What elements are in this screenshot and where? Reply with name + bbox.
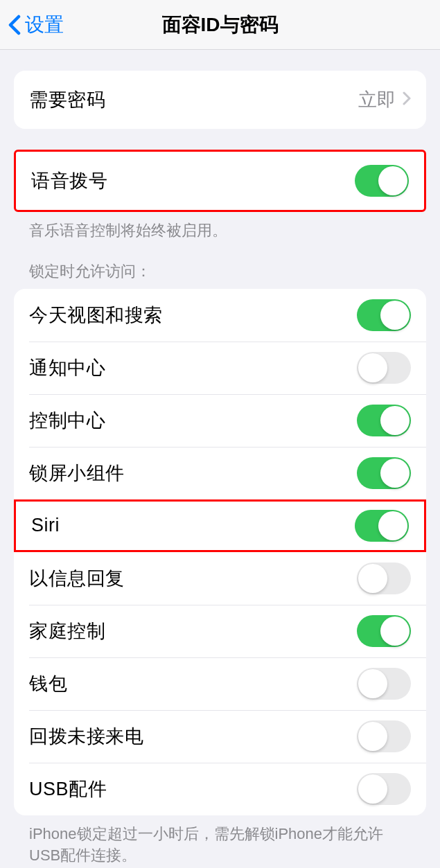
chevron-left-icon	[8, 15, 22, 35]
row-label: 需要密码	[29, 87, 105, 112]
toggle-knob	[358, 669, 387, 698]
voice-dial-footer: 音乐语音控制将始终被启用。	[14, 212, 426, 242]
toggle[interactable]	[357, 299, 411, 331]
row-label: 今天视图和搜索	[29, 303, 163, 328]
toggle-knob	[358, 353, 387, 382]
lock-access-header: 锁定时允许访问：	[14, 242, 426, 289]
toggle[interactable]	[357, 615, 411, 647]
lock-access-row: 以信息回复	[14, 552, 426, 605]
toggle[interactable]	[355, 510, 409, 542]
require-passcode-row[interactable]: 需要密码 立即	[14, 71, 426, 129]
row-label: 钱包	[29, 671, 67, 696]
lock-access-row: 控制中心	[14, 394, 426, 447]
lock-access-row: 锁屏小组件	[14, 447, 426, 499]
content-area: 需要密码 立即 语音拨号 音乐语音控制将始终被启用。 锁定时允许访问： 今天视图…	[0, 71, 440, 866]
lock-access-row: 家庭控制	[14, 605, 426, 657]
row-label: 家庭控制	[29, 619, 105, 644]
voice-dial-row: 语音拨号	[16, 152, 424, 210]
toggle[interactable]	[357, 405, 411, 436]
row-label: 锁屏小组件	[29, 461, 125, 486]
toggle[interactable]	[357, 352, 411, 384]
lock-access-row: 回拨未接来电	[14, 710, 426, 763]
toggle-knob	[380, 459, 410, 488]
toggle[interactable]	[357, 773, 411, 805]
toggle-knob	[380, 406, 410, 435]
row-label: 以信息回复	[29, 566, 125, 591]
voice-dial-toggle[interactable]	[355, 165, 409, 197]
toggle[interactable]	[357, 720, 411, 752]
back-button[interactable]: 设置	[8, 12, 64, 38]
row-label: 语音拨号	[31, 168, 107, 193]
lock-access-group: 今天视图和搜索通知中心控制中心锁屏小组件Siri以信息回复家庭控制钱包回拨未接来…	[14, 289, 426, 815]
row-label: Siri	[31, 515, 60, 536]
toggle-knob	[358, 564, 387, 593]
chevron-right-icon	[403, 91, 411, 108]
row-value: 立即	[358, 87, 396, 112]
toggle-knob	[378, 166, 407, 195]
toggle-knob	[358, 722, 387, 751]
navigation-bar: 设置 面容ID与密码	[0, 0, 440, 50]
row-label: USB配件	[29, 777, 107, 801]
lock-access-footer: iPhone锁定超过一小时后，需先解锁iPhone才能允许USB配件连接。	[14, 815, 426, 867]
back-label: 设置	[25, 12, 64, 38]
lock-access-row: USB配件	[14, 763, 426, 815]
toggle[interactable]	[357, 457, 411, 489]
toggle-knob	[380, 617, 410, 646]
lock-access-row: 钱包	[14, 657, 426, 710]
voice-dial-group: 语音拨号	[14, 150, 426, 212]
row-label: 控制中心	[29, 408, 105, 433]
require-passcode-group: 需要密码 立即	[14, 71, 426, 129]
row-right: 立即	[358, 87, 411, 112]
toggle-knob	[358, 774, 387, 804]
toggle-knob	[380, 301, 410, 330]
toggle[interactable]	[357, 563, 411, 594]
page-title: 面容ID与密码	[162, 12, 279, 38]
row-label: 通知中心	[29, 355, 105, 380]
lock-access-row: 通知中心	[14, 342, 426, 394]
lock-access-row: Siri	[14, 499, 426, 552]
toggle[interactable]	[357, 668, 411, 700]
toggle-knob	[378, 511, 407, 540]
lock-access-row: 今天视图和搜索	[14, 289, 426, 342]
row-label: 回拨未接来电	[29, 724, 143, 749]
